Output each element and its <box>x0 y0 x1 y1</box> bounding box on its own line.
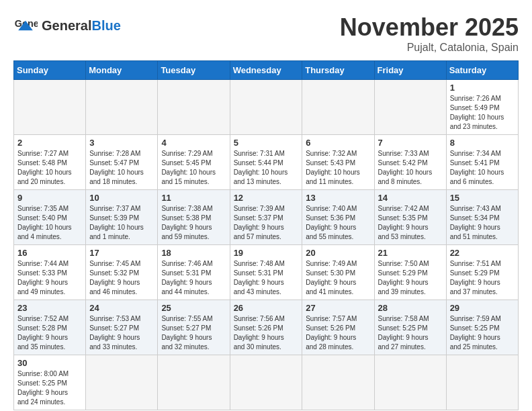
day-number: 5 <box>234 138 299 148</box>
calendar-cell: 27Sunrise: 7:57 AM Sunset: 5:26 PM Dayli… <box>302 300 374 355</box>
day-info: Sunrise: 7:33 AM Sunset: 5:42 PM Dayligh… <box>378 149 443 187</box>
day-info: Sunrise: 7:57 AM Sunset: 5:26 PM Dayligh… <box>306 314 370 352</box>
calendar-cell <box>302 355 374 410</box>
day-number: 11 <box>161 193 226 203</box>
calendar-cell: 16Sunrise: 7:44 AM Sunset: 5:33 PM Dayli… <box>14 245 86 300</box>
day-number: 26 <box>234 303 299 313</box>
calendar-cell <box>230 80 302 135</box>
calendar-cell: 4Sunrise: 7:29 AM Sunset: 5:45 PM Daylig… <box>158 135 230 190</box>
day-number: 29 <box>450 303 515 313</box>
weekday-thursday: Thursday <box>302 61 374 80</box>
day-number: 20 <box>306 248 370 258</box>
day-info: Sunrise: 7:29 AM Sunset: 5:45 PM Dayligh… <box>161 149 226 187</box>
weekday-saturday: Saturday <box>446 61 518 80</box>
calendar-cell: 17Sunrise: 7:45 AM Sunset: 5:32 PM Dayli… <box>86 245 158 300</box>
calendar-cell: 25Sunrise: 7:55 AM Sunset: 5:27 PM Dayli… <box>158 300 230 355</box>
day-number: 18 <box>161 248 226 258</box>
day-info: Sunrise: 7:44 AM Sunset: 5:33 PM Dayligh… <box>17 259 82 297</box>
day-number: 21 <box>378 248 443 258</box>
day-info: Sunrise: 8:00 AM Sunset: 5:25 PM Dayligh… <box>17 369 82 407</box>
day-info: Sunrise: 7:43 AM Sunset: 5:34 PM Dayligh… <box>450 204 515 242</box>
day-info: Sunrise: 7:37 AM Sunset: 5:39 PM Dayligh… <box>89 204 154 242</box>
calendar-cell <box>302 80 374 135</box>
day-number: 27 <box>306 303 370 313</box>
day-info: Sunrise: 7:27 AM Sunset: 5:48 PM Dayligh… <box>17 149 82 187</box>
weekday-monday: Monday <box>86 61 158 80</box>
day-number: 2 <box>17 138 82 148</box>
page-header: General GeneralBlue November 2025 Pujalt… <box>13 13 519 54</box>
calendar-cell: 5Sunrise: 7:31 AM Sunset: 5:44 PM Daylig… <box>230 135 302 190</box>
day-info: Sunrise: 7:50 AM Sunset: 5:29 PM Dayligh… <box>378 259 443 297</box>
day-info: Sunrise: 7:28 AM Sunset: 5:47 PM Dayligh… <box>89 149 154 187</box>
calendar-cell <box>158 80 230 135</box>
calendar-table: SundayMondayTuesdayWednesdayThursdayFrid… <box>13 60 519 410</box>
day-info: Sunrise: 7:45 AM Sunset: 5:32 PM Dayligh… <box>89 259 154 297</box>
day-number: 19 <box>234 248 299 258</box>
day-info: Sunrise: 7:34 AM Sunset: 5:41 PM Dayligh… <box>450 149 515 187</box>
calendar-week-2: 2Sunrise: 7:27 AM Sunset: 5:48 PM Daylig… <box>14 135 519 190</box>
day-number: 23 <box>17 303 82 313</box>
title-block: November 2025 Pujalt, Catalonia, Spain <box>340 13 519 54</box>
calendar-cell: 12Sunrise: 7:39 AM Sunset: 5:37 PM Dayli… <box>230 190 302 245</box>
calendar-cell <box>158 355 230 410</box>
day-number: 6 <box>306 138 370 148</box>
calendar-cell <box>86 355 158 410</box>
day-info: Sunrise: 7:51 AM Sunset: 5:29 PM Dayligh… <box>450 259 515 297</box>
calendar-subtitle: Pujalt, Catalonia, Spain <box>340 42 519 54</box>
day-info: Sunrise: 7:53 AM Sunset: 5:27 PM Dayligh… <box>89 314 154 352</box>
calendar-cell: 2Sunrise: 7:27 AM Sunset: 5:48 PM Daylig… <box>14 135 86 190</box>
day-info: Sunrise: 7:46 AM Sunset: 5:31 PM Dayligh… <box>161 259 226 297</box>
calendar-cell: 14Sunrise: 7:42 AM Sunset: 5:35 PM Dayli… <box>374 190 446 245</box>
day-number: 25 <box>161 303 226 313</box>
day-info: Sunrise: 7:32 AM Sunset: 5:43 PM Dayligh… <box>306 149 370 187</box>
day-info: Sunrise: 7:52 AM Sunset: 5:28 PM Dayligh… <box>17 314 82 352</box>
calendar-cell: 19Sunrise: 7:48 AM Sunset: 5:31 PM Dayli… <box>230 245 302 300</box>
day-number: 22 <box>450 248 515 258</box>
calendar-cell: 13Sunrise: 7:40 AM Sunset: 5:36 PM Dayli… <box>302 190 374 245</box>
calendar-week-6: 30Sunrise: 8:00 AM Sunset: 5:25 PM Dayli… <box>14 355 519 410</box>
logo-icon: General <box>13 13 38 38</box>
day-number: 4 <box>161 138 226 148</box>
day-number: 16 <box>17 248 82 258</box>
day-number: 9 <box>17 193 82 203</box>
day-number: 12 <box>234 193 299 203</box>
day-number: 13 <box>306 193 370 203</box>
calendar-cell <box>374 80 446 135</box>
calendar-cell <box>230 355 302 410</box>
day-number: 15 <box>450 193 515 203</box>
day-info: Sunrise: 7:42 AM Sunset: 5:35 PM Dayligh… <box>378 204 443 242</box>
calendar-week-4: 16Sunrise: 7:44 AM Sunset: 5:33 PM Dayli… <box>14 245 519 300</box>
day-info: Sunrise: 7:38 AM Sunset: 5:38 PM Dayligh… <box>161 204 226 242</box>
weekday-tuesday: Tuesday <box>158 61 230 80</box>
calendar-cell: 1Sunrise: 7:26 AM Sunset: 5:49 PM Daylig… <box>446 80 518 135</box>
weekday-friday: Friday <box>374 61 446 80</box>
calendar-cell: 20Sunrise: 7:49 AM Sunset: 5:30 PM Dayli… <box>302 245 374 300</box>
day-number: 10 <box>89 193 154 203</box>
calendar-cell: 24Sunrise: 7:53 AM Sunset: 5:27 PM Dayli… <box>86 300 158 355</box>
logo-text: GeneralBlue <box>42 18 121 34</box>
day-info: Sunrise: 7:48 AM Sunset: 5:31 PM Dayligh… <box>234 259 299 297</box>
calendar-cell <box>446 355 518 410</box>
day-info: Sunrise: 7:58 AM Sunset: 5:25 PM Dayligh… <box>378 314 443 352</box>
day-info: Sunrise: 7:55 AM Sunset: 5:27 PM Dayligh… <box>161 314 226 352</box>
calendar-cell: 3Sunrise: 7:28 AM Sunset: 5:47 PM Daylig… <box>86 135 158 190</box>
calendar-cell: 7Sunrise: 7:33 AM Sunset: 5:42 PM Daylig… <box>374 135 446 190</box>
calendar-cell <box>86 80 158 135</box>
calendar-cell: 23Sunrise: 7:52 AM Sunset: 5:28 PM Dayli… <box>14 300 86 355</box>
calendar-cell: 15Sunrise: 7:43 AM Sunset: 5:34 PM Dayli… <box>446 190 518 245</box>
logo: General GeneralBlue <box>13 13 121 38</box>
day-number: 1 <box>450 83 515 93</box>
day-number: 14 <box>378 193 443 203</box>
day-number: 8 <box>450 138 515 148</box>
weekday-header-row: SundayMondayTuesdayWednesdayThursdayFrid… <box>14 61 519 80</box>
calendar-cell: 18Sunrise: 7:46 AM Sunset: 5:31 PM Dayli… <box>158 245 230 300</box>
calendar-cell: 9Sunrise: 7:35 AM Sunset: 5:40 PM Daylig… <box>14 190 86 245</box>
day-number: 28 <box>378 303 443 313</box>
day-number: 7 <box>378 138 443 148</box>
day-info: Sunrise: 7:40 AM Sunset: 5:36 PM Dayligh… <box>306 204 370 242</box>
day-info: Sunrise: 7:39 AM Sunset: 5:37 PM Dayligh… <box>234 204 299 242</box>
calendar-cell <box>374 355 446 410</box>
weekday-sunday: Sunday <box>14 61 86 80</box>
day-info: Sunrise: 7:49 AM Sunset: 5:30 PM Dayligh… <box>306 259 370 297</box>
calendar-cell: 10Sunrise: 7:37 AM Sunset: 5:39 PM Dayli… <box>86 190 158 245</box>
